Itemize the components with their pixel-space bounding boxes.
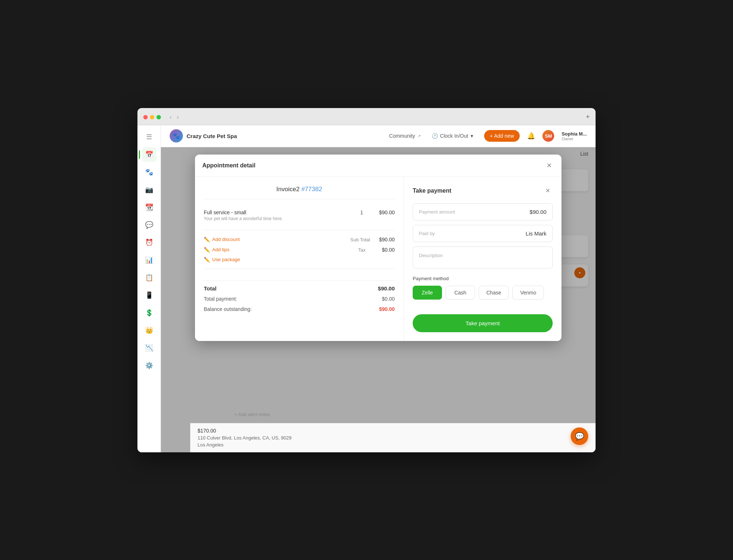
add-tips-label: Add tips [212,247,229,252]
back-button[interactable]: ‹ [168,113,173,121]
payment-amount-label: Payment amount [419,209,455,215]
appointment-panel: Appointment detail ✕ Invoice2 [161,147,596,452]
paid-by-value: Lis Mark [526,230,546,237]
sidebar-item-pets[interactable]: 🐾 [142,165,156,179]
community-label: Community [389,133,415,139]
payment-method-label: Payment method [413,276,553,281]
invoice-number: #77382 [301,186,322,193]
paid-by-label: Paid by [419,231,435,236]
sidebar-item-settings[interactable]: ⚙️ [142,358,156,373]
item-name: Full service - small Your pet will have … [204,209,354,221]
user-info: Sophia M... Owner [561,131,587,141]
sidebar-item-analytics[interactable]: 📉 [142,341,156,355]
maximize-window-button[interactable] [156,115,161,119]
balance-value: $90.00 [379,306,395,312]
take-payment-button[interactable]: Take payment [413,314,553,332]
sidebar-item-photos[interactable]: 📷 [142,182,156,197]
browser-chrome: ‹ › + [137,108,596,125]
balance-row: Balance outstanding: $90.00 [204,304,395,314]
sidebar-item-schedule[interactable]: 📆 [142,200,156,215]
add-new-button[interactable]: + Add new [484,130,520,142]
payment-close-button[interactable]: ✕ [542,186,553,196]
sidebar-item-billing[interactable]: 💲 [142,305,156,320]
description-field[interactable]: Description [413,246,553,268]
bg-address: 110 Culver Blvd, Los Angeles, CA, US, 90… [198,435,588,441]
brand-logo: 🐾 [170,129,183,142]
nav-actions: Community ↗ 🕐 Clock In/Out ▾ + Add new 🔔… [389,130,587,142]
sidebar-item-premium[interactable]: 👑 [142,323,156,338]
payment-header: Take payment ✕ [413,186,553,196]
nav-arrows: ‹ › [168,113,180,121]
tax-value: $0.00 [382,247,395,253]
chat-widget-button[interactable]: 💬 [571,427,588,445]
total-payment-label: Total payment: [204,296,237,302]
add-alert-notes-button[interactable]: + Add alert notes [234,412,270,417]
payment-amount-value: $90.00 [530,209,546,215]
community-link[interactable]: Community ↗ [389,133,421,139]
top-nav: 🐾 Crazy Cute Pet Spa Community ↗ 🕐 Clock… [161,125,596,147]
description-placeholder: Description [419,253,443,258]
minimize-window-button[interactable] [150,115,154,119]
use-package-button[interactable]: ✏️ Use package [204,257,395,263]
new-tab-button[interactable]: + [586,113,590,121]
add-discount-label: Add discount [212,237,240,242]
close-window-button[interactable] [143,115,148,119]
payment-amount-field[interactable]: Payment amount $90.00 [413,203,553,220]
sidebar-item-reminders[interactable]: ⏰ [142,235,156,250]
payment-methods: Zelle Cash Chase Venmo [413,286,553,300]
payment-title: Take payment [413,188,452,194]
total-payment-row: Total payment: $0.00 [204,294,395,304]
payment-section: Take payment ✕ Payment amount $90.00 [404,177,561,341]
add-discount-button[interactable]: ✏️ Add discount [204,237,240,242]
paid-by-field[interactable]: Paid by Lis Mark [413,225,553,242]
user-role: Owner [561,137,587,141]
method-zelle-button[interactable]: Zelle [413,286,442,300]
use-package-label: Use package [212,257,240,262]
subtotal-row: Sub Total $90.00 [350,236,395,243]
brand: 🐾 Crazy Cute Pet Spa [170,129,237,142]
detail-close-button[interactable]: ✕ [544,160,554,171]
clock-label: Clock In/Out [440,133,468,139]
invoice-title: Invoice2 #77382 [276,186,322,193]
total-value: $90.00 [378,285,395,292]
total-label: Total [204,285,217,292]
sidebar-item-menu[interactable]: ☰ [142,130,156,144]
clock-icon: 🕐 [432,133,438,139]
sidebar-item-reports2[interactable]: 📊 [142,253,156,267]
add-tips-button[interactable]: ✏️ Add tips [204,247,229,253]
total-row: Total $90.00 [204,281,395,294]
invoice-summary: Total $90.00 Total payment: $0.00 Balanc… [204,275,395,317]
notifications-button[interactable]: 🔔 [527,132,535,140]
sidebar-item-device[interactable]: 📱 [142,288,156,303]
forward-button[interactable]: › [175,113,180,121]
invoice-actions: ✏️ Add discount Sub Total $90.00 [204,230,395,269]
appointment-detail-modal: Appointment detail ✕ Invoice2 [195,155,561,341]
item-service-name: Full service - small [204,209,354,215]
item-quantity: 1 [354,209,369,215]
sidebar-item-chat[interactable]: 💬 [142,218,156,232]
bg-city: Los Angeles [198,442,588,448]
total-payment-value: $0.00 [382,296,395,302]
clock-chevron-icon: ▾ [471,133,473,139]
method-chase-button[interactable]: Chase [479,286,509,300]
clock-in-out-button[interactable]: 🕐 Clock In/Out ▾ [428,131,477,141]
package-icon: ✏️ [204,257,210,263]
chat-widget-icon: 💬 [575,432,584,441]
sidebar-item-calendar[interactable]: 📅 [142,147,156,162]
subtotal-label: Sub Total [350,237,370,242]
user-name: Sophia M... [561,131,587,137]
bg-price: $170.00 [198,428,588,434]
item-service-desc: Your pet will have a wonderful time here… [204,216,354,221]
main-area: 🐾 Crazy Cute Pet Spa Community ↗ 🕐 Clock… [161,125,596,452]
detail-body: Invoice2 #77382 Full service - small You… [195,177,561,341]
method-cash-button[interactable]: Cash [446,286,475,300]
detail-title: Appointment detail [202,162,255,169]
tips-icon: ✏️ [204,247,210,253]
invoice-section: Invoice2 #77382 Full service - small You… [195,177,404,341]
subtotal-value: $90.00 [379,237,395,242]
tax-label: Tax [358,247,365,253]
sidebar-item-clipboard[interactable]: 📋 [142,270,156,285]
tax-row: Tax $0.00 [358,246,395,253]
method-venmo-button[interactable]: Venmo [512,286,544,300]
traffic-lights [143,115,161,119]
